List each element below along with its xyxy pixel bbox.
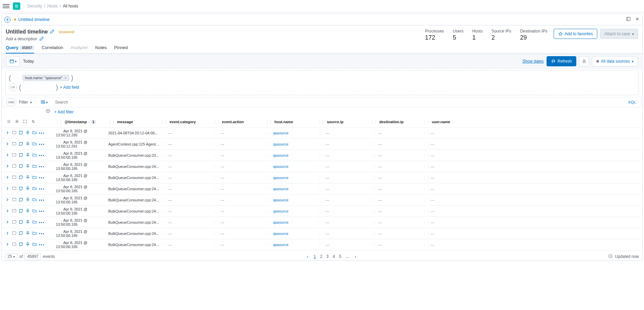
date-range-display[interactable]: Today [22,58,520,65]
page-prev-icon[interactable]: ‹ [307,254,308,259]
note-icon[interactable] [19,186,23,192]
analyze-icon[interactable] [12,220,17,225]
cell-host-name[interactable]: qasource [273,209,288,213]
breadcrumb-hosts[interactable]: Hosts [47,4,58,8]
col-destination-ip[interactable]: destination.ip [379,120,404,124]
page-number[interactable]: … [345,254,349,259]
folder-icon[interactable] [32,220,37,225]
expand-row-icon[interactable] [5,186,10,192]
tab-correlation[interactable]: Correlation [42,45,63,53]
refresh-button[interactable]: Refresh [547,56,576,66]
filter-menu-icon[interactable] [46,110,51,114]
expand-row-icon[interactable] [5,197,10,203]
menu-icon[interactable] [3,3,9,9]
folder-icon[interactable] [32,242,37,247]
analyze-icon[interactable] [12,153,17,158]
note-icon[interactable] [19,164,23,169]
folder-icon[interactable] [32,175,37,180]
more-actions-icon[interactable]: ••• [39,142,45,146]
analyze-icon[interactable] [12,164,17,169]
note-icon[interactable] [19,220,23,225]
folder-icon[interactable] [32,141,37,147]
page-number[interactable]: 2 [320,254,323,259]
pin-icon[interactable] [25,231,30,236]
analyze-icon[interactable] [12,197,17,203]
analyze-icon[interactable] [12,231,17,236]
tab-notes[interactable]: Notes [95,45,107,53]
drag-handle-icon[interactable]: ⋮⋮ [13,76,20,80]
filter-pill-hostname[interactable]: host.name: "qasource" × [23,75,69,81]
saved-query-icon[interactable]: ▾ [38,98,51,106]
col-user-name[interactable]: user.name [432,120,450,124]
tab-pinned[interactable]: Pinned [114,45,128,53]
folder-icon[interactable] [32,186,37,192]
fullscreen-icon[interactable] [626,17,631,22]
analyze-icon[interactable] [12,186,17,192]
cell-host-name[interactable]: qasource [273,153,288,157]
more-actions-icon[interactable]: ••• [39,176,45,180]
note-icon[interactable] [19,208,23,214]
page-number[interactable]: 1 [314,254,316,259]
expand-row-icon[interactable] [5,130,10,136]
expand-row-icon[interactable] [5,175,10,180]
more-actions-icon[interactable]: ••• [39,153,45,157]
cell-host-name[interactable]: qasource [273,243,288,247]
flyout-title[interactable]: Untitled timeline [18,17,50,22]
show-dates-link[interactable]: Show dates [523,59,544,64]
lock-icon[interactable] [579,56,589,66]
pin-icon[interactable] [25,220,30,225]
note-icon[interactable] [19,242,23,247]
and-chip[interactable]: AND [6,98,16,106]
expand-row-icon[interactable] [5,220,10,225]
add-field-link[interactable]: + Add field [60,85,79,90]
note-icon[interactable] [19,175,23,180]
pin-icon[interactable] [25,197,30,203]
add-filter-link[interactable]: + Add filter [54,110,73,114]
cell-host-name[interactable]: qasource [273,164,288,169]
cell-host-name[interactable]: qasource [273,231,288,236]
chevron-down-icon[interactable]: ▾ [30,101,32,104]
data-sources-button[interactable]: All data sources ▾ [592,56,638,66]
close-icon[interactable] [635,17,640,22]
cell-host-name[interactable]: qasource [273,220,288,224]
col-host-name[interactable]: host.name [274,120,293,124]
cell-host-name[interactable]: qasource [273,131,288,135]
analyze-icon[interactable] [12,130,17,136]
note-icon[interactable] [19,153,23,158]
cell-host-name[interactable]: qasource [273,142,288,146]
folder-icon[interactable] [32,231,37,236]
more-actions-icon[interactable]: ••• [39,198,45,202]
cell-host-name[interactable]: qasource [273,198,288,202]
more-actions-icon[interactable]: ••• [39,243,45,247]
edit-description-icon[interactable] [39,36,44,42]
tab-query[interactable]: Query45897 [6,45,34,53]
more-actions-icon[interactable]: ••• [39,209,45,213]
pin-icon[interactable] [25,164,30,169]
pin-icon[interactable] [25,175,30,180]
expand-row-icon[interactable] [5,141,10,147]
search-input[interactable] [54,98,624,106]
col-timestamp[interactable]: @timestamp [65,120,87,124]
edit-title-icon[interactable] [50,29,54,35]
folder-icon[interactable] [32,130,37,136]
expand-row-icon[interactable] [5,242,10,247]
cell-host-name[interactable]: qasource [273,187,288,191]
expand-row-icon[interactable] [5,231,10,236]
add-to-favorites-button[interactable]: Add to favorites [554,29,597,39]
pin-icon[interactable] [25,141,30,147]
pin-icon[interactable] [25,208,30,214]
note-icon[interactable] [19,130,23,136]
add-timeline-icon[interactable] [4,17,10,23]
fullscreen-table-icon[interactable] [23,119,27,125]
pin-icon[interactable] [25,186,30,192]
fields-icon[interactable] [6,119,11,125]
sort-desc-icon[interactable]: ↓ [88,120,90,124]
col-event-action[interactable]: event.action [222,120,244,124]
filter-label[interactable]: Filter [19,100,28,105]
analyze-icon[interactable] [12,208,17,214]
page-number[interactable]: 5 [339,254,341,259]
pin-icon[interactable] [25,153,30,158]
cell-host-name[interactable]: qasource [273,176,288,180]
kql-toggle[interactable]: KQL [626,100,638,104]
breadcrumb-security[interactable]: Security [27,4,42,8]
